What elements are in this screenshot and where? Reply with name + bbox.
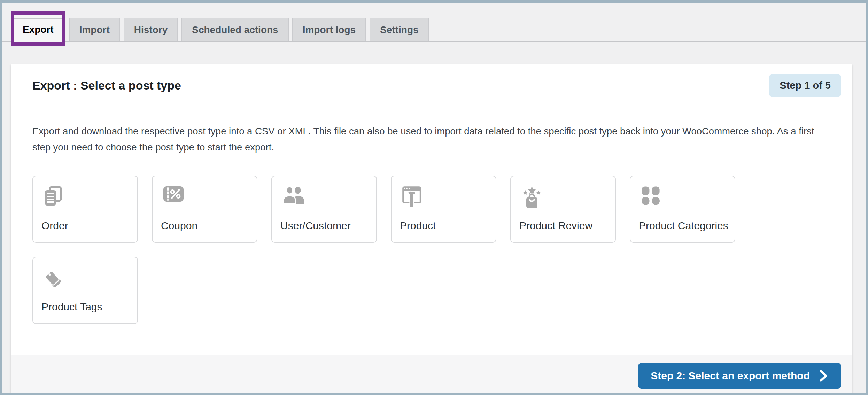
- order-documents-icon: [44, 186, 62, 208]
- post-type-card-coupon[interactable]: Coupon: [152, 176, 257, 243]
- description-text: Export and download the respective post …: [32, 123, 831, 155]
- export-panel: Export : Select a post type Step 1 of 5 …: [11, 64, 852, 395]
- product-review-icon: [521, 186, 542, 210]
- post-type-label: Product Categories: [639, 220, 728, 232]
- post-type-label: Product Review: [519, 220, 592, 232]
- active-tab-top-edge: [14, 15, 62, 19]
- chevron-right-icon: [818, 370, 829, 382]
- post-type-label: Product Tags: [41, 301, 102, 313]
- post-type-label: Order: [41, 220, 68, 232]
- step-badge: Step 1 of 5: [769, 74, 841, 97]
- post-type-card-product-categories[interactable]: Product Categories: [630, 176, 735, 243]
- next-step-button[interactable]: Step 2: Select an export method: [638, 363, 841, 389]
- tab-export[interactable]: Export: [14, 19, 62, 42]
- coupon-icon: [163, 186, 184, 203]
- product-tags-icon: [44, 267, 64, 289]
- tab-bar: ExportImportHistoryScheduled actionsImpo…: [2, 3, 866, 42]
- tab-scheduled-actions[interactable]: Scheduled actions: [181, 18, 288, 41]
- tab-import[interactable]: Import: [69, 18, 120, 41]
- post-type-label: Product: [400, 220, 436, 232]
- post-type-card-user-customer[interactable]: User/Customer: [271, 176, 377, 243]
- post-type-grid: Order Coupon User/Customer Product: [32, 176, 753, 324]
- page-title: Export : Select a post type: [32, 79, 181, 92]
- user-customer-icon: [282, 186, 305, 206]
- product-icon: [402, 186, 422, 210]
- tab-history[interactable]: History: [124, 18, 178, 41]
- post-type-card-product[interactable]: Product: [391, 176, 496, 243]
- panel-body: Export and download the respective post …: [11, 107, 852, 355]
- product-categories-icon: [641, 186, 660, 207]
- tab-import-logs[interactable]: Import logs: [292, 18, 366, 41]
- annotation-highlight-box: Export: [11, 11, 65, 46]
- post-type-card-product-tags[interactable]: Product Tags: [32, 257, 138, 324]
- post-type-label: User/Customer: [280, 220, 351, 232]
- panel-footer: Step 2: Select an export method: [11, 355, 852, 395]
- panel-header: Export : Select a post type Step 1 of 5: [11, 64, 852, 107]
- post-type-card-order[interactable]: Order: [32, 176, 138, 243]
- screenshot-frame: ExportImportHistoryScheduled actionsImpo…: [0, 0, 868, 395]
- post-type-label: Coupon: [161, 220, 197, 232]
- tab-settings[interactable]: Settings: [370, 18, 429, 41]
- next-step-button-label: Step 2: Select an export method: [651, 370, 810, 382]
- post-type-card-product-review[interactable]: Product Review: [510, 176, 616, 243]
